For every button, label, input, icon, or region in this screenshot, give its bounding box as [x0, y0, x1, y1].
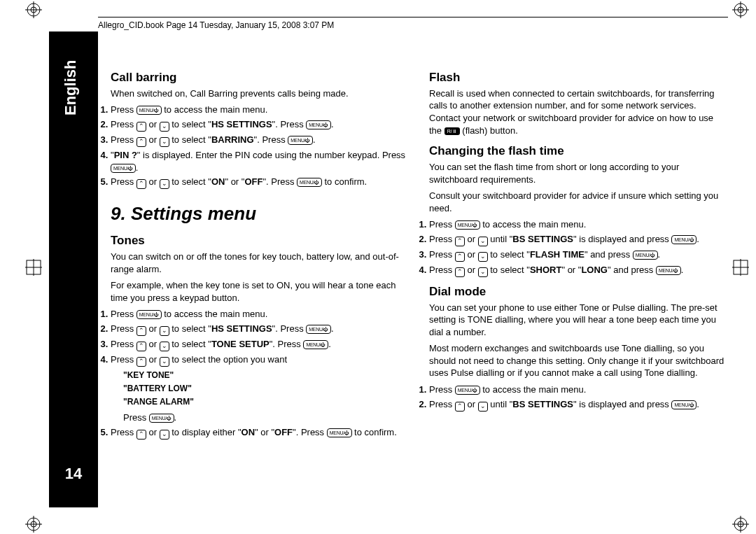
- down-key-icon: ⌄: [160, 357, 169, 367]
- body-text: You can set your phone to use either Ton…: [429, 302, 728, 339]
- down-key-icon: ⌄: [160, 179, 169, 189]
- crop-mark-icon: [25, 259, 42, 276]
- up-key-icon: ⌃: [136, 430, 146, 440]
- step: Press ⌃ or ⌄ to select "HS SETTINGS". Pr…: [111, 118, 410, 132]
- menu-key-icon: MENU/⏻: [136, 310, 162, 319]
- up-key-icon: ⌃: [136, 137, 146, 147]
- steps-flash-time: Press MENU/⏻ to access the main menu. Pr…: [429, 218, 728, 277]
- option: "KEY TONE": [123, 369, 410, 382]
- crop-mark-icon: [732, 516, 749, 533]
- menu-key-icon: MENU/⏻: [633, 251, 658, 260]
- menu-key-icon: MENU/⏻: [297, 178, 322, 187]
- menu-key-icon: MENU/⏻: [288, 136, 313, 145]
- chapter-title: 9. Settings menu: [111, 202, 410, 226]
- step: Press ⌃ or ⌄ to select "FLASH TIME" and …: [429, 248, 728, 262]
- down-key-icon: ⌄: [160, 342, 169, 351]
- flash-key-icon: R/⏸: [444, 127, 460, 135]
- step: Press MENU/⏻ to access the main menu.: [429, 218, 728, 231]
- steps-call-barring: Press MENU/⏻ to access the main menu. Pr…: [111, 104, 410, 189]
- menu-key-icon: MENU/⏻: [149, 414, 174, 423]
- step: Press ⌃ or ⌄ until "BS SETTINGS" is disp…: [429, 233, 728, 246]
- down-key-icon: ⌄: [478, 267, 488, 277]
- heading-changing-flash: Changing the flash time: [429, 143, 728, 160]
- up-key-icon: ⌃: [136, 326, 146, 336]
- down-key-icon: ⌄: [478, 402, 488, 412]
- body-text: Press MENU/⏻.: [123, 412, 410, 424]
- step: Press ⌃ or ⌄ to select "BARRING". Press …: [111, 134, 410, 147]
- step: Press MENU/⏻ to access the main menu.: [111, 104, 410, 116]
- down-key-icon: ⌄: [160, 326, 169, 336]
- steps-tones-cont: Press ⌃ or ⌄ to display either "ON" or "…: [111, 426, 410, 440]
- menu-key-icon: MENU/⏻: [303, 340, 328, 349]
- menu-key-icon: MENU/⏻: [306, 120, 331, 129]
- down-key-icon: ⌄: [478, 237, 488, 246]
- language-label: English: [62, 60, 80, 115]
- menu-key-icon: MENU/⏻: [306, 325, 331, 334]
- menu-key-icon: MENU/⏻: [671, 400, 696, 409]
- page-header: Allegro_CID.book Page 14 Tuesday, Januar…: [98, 17, 728, 30]
- page-number: 14: [49, 465, 98, 483]
- steps-tones: Press MENU/⏻ to access the main menu. Pr…: [111, 308, 410, 367]
- crop-mark-icon: [732, 1, 749, 18]
- option-list: "KEY TONE" "BATTERY LOW" "RANGE ALARM": [123, 369, 410, 409]
- body-text: Recall is used when connected to certain…: [429, 87, 728, 136]
- heading-tones: Tones: [111, 233, 410, 249]
- up-key-icon: ⌃: [136, 122, 146, 132]
- menu-key-icon: MENU/⏻: [327, 428, 352, 437]
- menu-key-icon: MENU/⏻: [671, 235, 696, 244]
- heading-call-barring: Call barring: [111, 70, 410, 86]
- menu-key-icon: MENU/⏻: [656, 266, 681, 275]
- up-key-icon: ⌃: [136, 179, 146, 189]
- side-band: English 14: [49, 31, 98, 507]
- up-key-icon: ⌃: [455, 267, 465, 277]
- heading-flash: Flash: [429, 70, 728, 86]
- up-key-icon: ⌃: [455, 402, 465, 412]
- menu-key-icon: MENU/⏻: [455, 386, 480, 395]
- down-key-icon: ⌄: [160, 122, 169, 132]
- step: Press ⌃ or ⌄ to select "HS SETTINGS". Pr…: [111, 323, 410, 336]
- crop-mark-icon: [25, 1, 42, 18]
- body-text: You can switch on or off the tones for k…: [111, 251, 410, 275]
- down-key-icon: ⌄: [160, 137, 169, 147]
- page-content: Call barring When switched on, Call Barr…: [111, 63, 728, 506]
- step: Press MENU/⏻ to access the main menu.: [429, 384, 728, 396]
- steps-dial-mode: Press MENU/⏻ to access the main menu. Pr…: [429, 384, 728, 412]
- down-key-icon: ⌄: [478, 252, 488, 262]
- step: Press ⌃ or ⌄ to select the option you wa…: [111, 353, 410, 367]
- menu-key-icon: MENU/⏻: [136, 106, 162, 115]
- step: "PIN ?" is displayed. Enter the PIN code…: [111, 149, 410, 174]
- up-key-icon: ⌃: [455, 252, 465, 262]
- left-column: Call barring When switched on, Call Barr…: [111, 63, 410, 506]
- body-text: You can set the flash time from short or…: [429, 161, 728, 185]
- body-text: Consult your switchboard provider for ad…: [429, 190, 728, 214]
- crop-mark-icon: [732, 259, 749, 276]
- option: "RANGE ALARM": [123, 395, 410, 409]
- heading-dial-mode: Dial mode: [429, 284, 728, 300]
- step: Press ⌃ or ⌄ to display either "ON" or "…: [111, 426, 410, 440]
- down-key-icon: ⌄: [160, 430, 169, 440]
- menu-key-icon: MENU/⏻: [455, 220, 480, 230]
- body-text: For example, when the key tone is set to…: [111, 279, 410, 304]
- step: Press ⌃ or ⌄ to select "TONE SETUP". Pre…: [111, 338, 410, 351]
- menu-key-icon: MENU/⏻: [111, 164, 136, 173]
- body-text: Most modern exchanges and switchboards u…: [429, 342, 728, 379]
- step: Press ⌃ or ⌄ to select "ON" or "OFF". Pr…: [111, 176, 410, 189]
- right-column: Flash Recall is used when connected to c…: [429, 63, 728, 506]
- up-key-icon: ⌃: [455, 237, 465, 246]
- option: "BATTERY LOW": [123, 382, 410, 395]
- body-text: When switched on, Call Barring prevents …: [111, 87, 410, 100]
- up-key-icon: ⌃: [136, 342, 146, 351]
- step: Press ⌃ or ⌄ to select "SHORT" or "LONG"…: [429, 264, 728, 277]
- up-key-icon: ⌃: [136, 357, 146, 367]
- step: Press MENU/⏻ to access the main menu.: [111, 308, 410, 321]
- crop-mark-icon: [25, 516, 42, 533]
- step: Press ⌃ or ⌄ until "BS SETTINGS" is disp…: [429, 398, 728, 412]
